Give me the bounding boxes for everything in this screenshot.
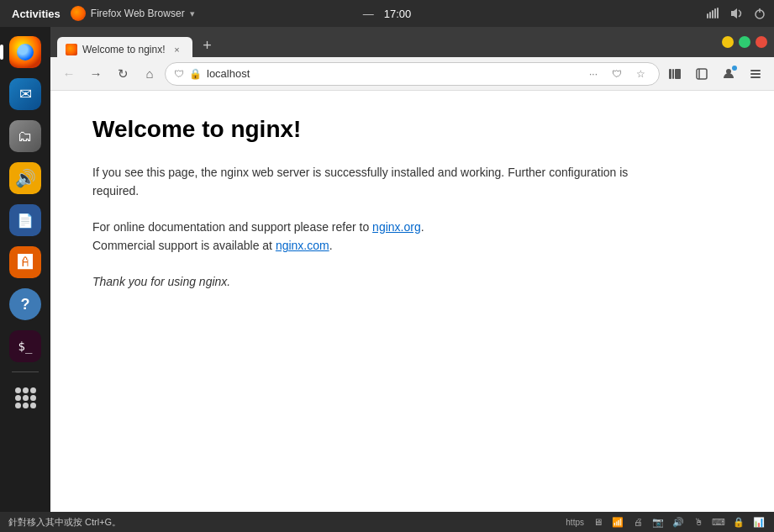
status-icon-3: 🖨	[631, 515, 645, 529]
svg-rect-2	[712, 10, 713, 18]
terminal-icon: $_	[9, 330, 41, 362]
close-button[interactable]	[756, 36, 767, 48]
show-apps-icon	[15, 387, 36, 408]
dock-separator	[12, 371, 39, 372]
svg-rect-15	[750, 76, 761, 78]
top-bar-clock: — 17:00	[363, 8, 412, 20]
https-label: https	[566, 518, 584, 527]
minimize-button[interactable]	[722, 36, 734, 48]
svg-rect-3	[714, 8, 716, 18]
page-content: Welcome to nginx! If you see this page, …	[50, 91, 774, 512]
status-icon-5: 🔊	[671, 515, 685, 529]
page-para2b-suffix: .	[329, 239, 333, 252]
dock-item-help[interactable]: ?	[7, 286, 44, 323]
tab-favicon	[66, 44, 77, 55]
page-para1: If you see this page, the nginx web serv…	[92, 163, 664, 201]
status-icon-9: 📊	[752, 515, 766, 529]
dock-item-sound[interactable]: 🔊	[7, 160, 44, 197]
reload-button[interactable]: ↻	[111, 62, 134, 86]
status-bar: 針對移入其中或按 Ctrl+G。 https 🖥 📶 🖨 📷 🔊 🖱 ⌨ 🔒 📊	[0, 512, 774, 532]
nginx-com-link[interactable]: nginx.com	[276, 239, 329, 252]
account-button[interactable]	[717, 62, 740, 86]
window-controls	[722, 36, 767, 48]
dock-item-firefox[interactable]	[7, 34, 44, 71]
status-bar-right: https 🖥 📶 🖨 📷 🔊 🖱 ⌨ 🔒 📊	[566, 515, 766, 529]
address-bar-actions: ··· 🛡 ☆	[583, 64, 650, 84]
home-button[interactable]: ⌂	[138, 62, 161, 86]
maximize-button[interactable]	[739, 36, 750, 48]
page-para3: Thank you for using nginx.	[92, 272, 664, 291]
dock-item-appstore[interactable]: 🅰	[7, 244, 44, 281]
dock-item-terminal[interactable]: $_	[7, 328, 44, 365]
page-para2-prefix: For online documentation and support ple…	[92, 220, 372, 234]
library-button[interactable]	[663, 62, 687, 86]
nginx-org-link[interactable]: nginx.org	[372, 220, 421, 234]
lock-icon: 🔒	[189, 68, 202, 80]
forward-button[interactable]: →	[84, 62, 108, 86]
page-para2b-prefix: Commercial support is available at	[92, 239, 276, 252]
svg-rect-4	[717, 8, 719, 18]
appstore-icon: 🅰	[9, 246, 41, 278]
sound-icon: 🔊	[9, 162, 41, 194]
minimize-icon: —	[363, 8, 374, 20]
browser-window: Welcome to nginx! × + ← → ↻ ⌂ 🛡 🔒 localh…	[50, 27, 774, 512]
svg-rect-14	[750, 73, 761, 75]
tab-title: Welcome to nginx!	[82, 44, 166, 55]
network-icon[interactable]	[705, 6, 720, 21]
firefox-menu-icon	[71, 6, 86, 21]
status-icon-7: ⌨	[712, 515, 725, 529]
svg-rect-8	[672, 69, 674, 79]
url-display[interactable]: localhost	[207, 67, 578, 80]
more-button[interactable]: ···	[583, 64, 603, 84]
status-icon-2: 📶	[611, 515, 624, 529]
browser-tab-active[interactable]: Welcome to nginx! ×	[57, 37, 192, 62]
writer-icon: 📄	[9, 204, 41, 236]
svg-rect-0	[707, 13, 708, 18]
dock-item-writer[interactable]: 📄	[7, 202, 44, 239]
desktop: ✉ 🗂 🔊 📄 🅰 ?	[0, 27, 774, 512]
address-bar[interactable]: 🛡 🔒 localhost ··· 🛡 ☆	[165, 62, 660, 86]
files-icon: 🗂	[9, 120, 41, 152]
back-button[interactable]: ←	[57, 62, 81, 86]
top-bar-right	[705, 6, 767, 21]
firefox-icon	[9, 36, 41, 68]
page-para2: For online documentation and support ple…	[92, 218, 664, 255]
status-icon-6: 🖱	[692, 515, 705, 529]
new-tab-button[interactable]: +	[196, 34, 219, 57]
security-shield-icon: 🛡	[174, 68, 184, 80]
account-badge	[732, 66, 737, 71]
dock-item-files[interactable]: 🗂	[7, 118, 44, 155]
activities-button[interactable]: Activities	[7, 6, 66, 22]
status-icon-8: 🔒	[732, 515, 745, 529]
top-bar-left: Activities Firefox Web Browser ▾	[7, 6, 195, 22]
menu-button[interactable]	[744, 62, 767, 86]
svg-rect-1	[709, 12, 711, 18]
volume-icon[interactable]	[729, 6, 744, 21]
title-bar: Welcome to nginx! × +	[50, 27, 774, 57]
help-icon: ?	[9, 288, 41, 320]
svg-rect-7	[669, 69, 671, 79]
toolbar-right	[663, 62, 767, 86]
svg-rect-13	[750, 70, 761, 71]
svg-rect-9	[675, 69, 681, 79]
firefox-app-label: Firefox Web Browser	[91, 8, 185, 19]
top-bar: Activities Firefox Web Browser ▾ — 17:00	[0, 0, 774, 27]
power-icon[interactable]	[752, 6, 767, 21]
clock: 17:00	[384, 8, 412, 20]
dock-item-show-apps[interactable]	[7, 379, 44, 416]
sidebar-button[interactable]	[690, 62, 713, 86]
shield-button[interactable]: 🛡	[607, 64, 627, 84]
bookmark-star-button[interactable]: ☆	[630, 64, 650, 84]
status-text: 針對移入其中或按 Ctrl+G。	[8, 516, 559, 529]
tab-close-button[interactable]: ×	[171, 43, 184, 56]
thunderbird-icon: ✉	[9, 78, 41, 110]
dock: ✉ 🗂 🔊 📄 🅰 ?	[0, 27, 50, 512]
toolbar: ← → ↻ ⌂ 🛡 🔒 localhost ··· 🛡 ☆	[50, 57, 774, 91]
tab-bar: Welcome to nginx! × +	[57, 27, 715, 57]
page-main-title: Welcome to nginx!	[92, 116, 732, 143]
firefox-menu-arrow[interactable]: ▾	[190, 8, 195, 19]
dock-item-thunderbird[interactable]: ✉	[7, 76, 44, 113]
page-para2-middle: .	[421, 220, 424, 234]
status-icon-4: 📷	[651, 515, 665, 529]
svg-rect-10	[697, 69, 707, 79]
